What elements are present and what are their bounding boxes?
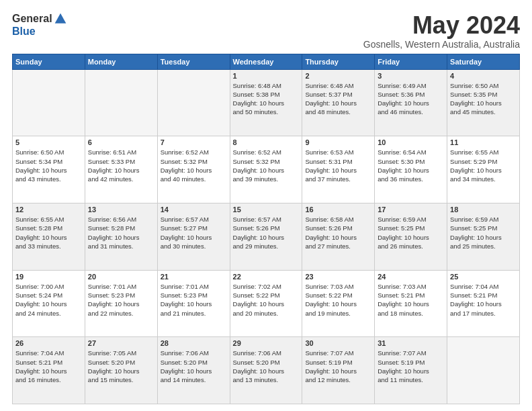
day-info: Sunrise: 7:06 AM Sunset: 5:20 PM Dayligh… [161, 349, 227, 384]
col-tuesday: Tuesday [157, 54, 230, 69]
calendar-cell: 22Sunrise: 7:02 AM Sunset: 5:22 PM Dayli… [230, 270, 302, 337]
day-info: Sunrise: 6:56 AM Sunset: 5:28 PM Dayligh… [88, 215, 154, 250]
day-number: 6 [88, 138, 154, 146]
day-info: Sunrise: 6:59 AM Sunset: 5:25 PM Dayligh… [378, 215, 444, 250]
day-info: Sunrise: 6:52 AM Sunset: 5:32 PM Dayligh… [161, 148, 227, 183]
col-wednesday: Wednesday [230, 54, 302, 69]
day-number: 5 [15, 138, 82, 146]
day-info: Sunrise: 6:48 AM Sunset: 5:37 PM Dayligh… [305, 81, 371, 117]
day-number: 30 [305, 339, 371, 347]
calendar-header-row: Sunday Monday Tuesday Wednesday Thursday… [13, 54, 520, 69]
calendar-cell: 25Sunrise: 7:04 AM Sunset: 5:21 PM Dayli… [447, 270, 520, 337]
calendar-cell: 19Sunrise: 7:00 AM Sunset: 5:24 PM Dayli… [13, 270, 85, 337]
calendar-cell: 23Sunrise: 7:03 AM Sunset: 5:22 PM Dayli… [302, 270, 375, 337]
calendar-cell: 16Sunrise: 6:58 AM Sunset: 5:26 PM Dayli… [302, 203, 375, 270]
day-number: 25 [450, 273, 517, 281]
day-number: 23 [305, 273, 371, 281]
calendar-cell: 12Sunrise: 6:55 AM Sunset: 5:28 PM Dayli… [13, 203, 85, 270]
calendar-cell: 29Sunrise: 7:06 AM Sunset: 5:20 PM Dayli… [230, 337, 302, 404]
calendar-cell [13, 69, 85, 136]
calendar-cell: 6Sunrise: 6:51 AM Sunset: 5:33 PM Daylig… [85, 136, 157, 203]
calendar-cell: 31Sunrise: 7:07 AM Sunset: 5:19 PM Dayli… [375, 337, 447, 404]
day-info: Sunrise: 6:55 AM Sunset: 5:29 PM Dayligh… [450, 148, 517, 183]
calendar-row-3: 19Sunrise: 7:00 AM Sunset: 5:24 PM Dayli… [13, 270, 520, 337]
day-info: Sunrise: 7:04 AM Sunset: 5:21 PM Dayligh… [450, 282, 517, 318]
day-number: 31 [378, 339, 444, 347]
calendar-cell: 9Sunrise: 6:53 AM Sunset: 5:31 PM Daylig… [302, 136, 375, 203]
day-number: 26 [15, 339, 82, 347]
day-info: Sunrise: 6:50 AM Sunset: 5:35 PM Dayligh… [450, 81, 517, 117]
calendar-cell: 8Sunrise: 6:52 AM Sunset: 5:32 PM Daylig… [230, 136, 302, 203]
calendar-table: Sunday Monday Tuesday Wednesday Thursday… [12, 54, 520, 404]
calendar-cell: 20Sunrise: 7:01 AM Sunset: 5:23 PM Dayli… [85, 270, 157, 337]
calendar-cell: 15Sunrise: 6:57 AM Sunset: 5:26 PM Dayli… [230, 203, 302, 270]
day-info: Sunrise: 7:03 AM Sunset: 5:21 PM Dayligh… [378, 282, 444, 318]
calendar-cell: 28Sunrise: 7:06 AM Sunset: 5:20 PM Dayli… [157, 337, 230, 404]
day-info: Sunrise: 6:58 AM Sunset: 5:26 PM Dayligh… [305, 215, 371, 250]
day-number: 13 [88, 205, 154, 214]
calendar-cell: 17Sunrise: 6:59 AM Sunset: 5:25 PM Dayli… [375, 203, 447, 270]
logo-blue-text: Blue [12, 26, 36, 38]
day-number: 16 [305, 205, 371, 214]
day-number: 29 [233, 339, 300, 347]
day-info: Sunrise: 7:01 AM Sunset: 5:23 PM Dayligh… [161, 282, 227, 318]
page-container: General Blue May 2024 Gosnells, Western … [0, 0, 532, 411]
calendar-cell: 2Sunrise: 6:48 AM Sunset: 5:37 PM Daylig… [302, 69, 375, 136]
calendar-cell: 11Sunrise: 6:55 AM Sunset: 5:29 PM Dayli… [447, 136, 520, 203]
day-info: Sunrise: 6:59 AM Sunset: 5:25 PM Dayligh… [450, 215, 517, 250]
col-saturday: Saturday [447, 54, 520, 69]
col-monday: Monday [85, 54, 157, 69]
day-number: 27 [88, 339, 154, 347]
calendar-cell: 14Sunrise: 6:57 AM Sunset: 5:27 PM Dayli… [157, 203, 230, 270]
logo: General Blue [12, 12, 67, 38]
calendar-cell: 1Sunrise: 6:48 AM Sunset: 5:38 PM Daylig… [230, 69, 302, 136]
calendar-cell: 7Sunrise: 6:52 AM Sunset: 5:32 PM Daylig… [157, 136, 230, 203]
day-number: 7 [161, 138, 227, 146]
title-area: May 2024 Gosnells, Western Australia, Au… [363, 12, 520, 50]
day-info: Sunrise: 6:57 AM Sunset: 5:27 PM Dayligh… [161, 215, 227, 250]
day-number: 22 [233, 273, 300, 281]
day-info: Sunrise: 7:05 AM Sunset: 5:20 PM Dayligh… [88, 349, 154, 384]
day-number: 2 [305, 72, 371, 80]
calendar-cell: 4Sunrise: 6:50 AM Sunset: 5:35 PM Daylig… [447, 69, 520, 136]
calendar-row-1: 5Sunrise: 6:50 AM Sunset: 5:34 PM Daylig… [13, 136, 520, 203]
day-info: Sunrise: 7:04 AM Sunset: 5:21 PM Dayligh… [15, 349, 82, 384]
day-info: Sunrise: 6:48 AM Sunset: 5:38 PM Dayligh… [233, 81, 300, 117]
day-info: Sunrise: 7:07 AM Sunset: 5:19 PM Dayligh… [305, 349, 371, 384]
day-info: Sunrise: 7:02 AM Sunset: 5:22 PM Dayligh… [233, 282, 300, 318]
day-info: Sunrise: 7:01 AM Sunset: 5:23 PM Dayligh… [88, 282, 154, 318]
day-number: 11 [450, 138, 517, 146]
calendar-cell: 13Sunrise: 6:56 AM Sunset: 5:28 PM Dayli… [85, 203, 157, 270]
day-info: Sunrise: 7:07 AM Sunset: 5:19 PM Dayligh… [378, 349, 444, 384]
calendar-cell: 30Sunrise: 7:07 AM Sunset: 5:19 PM Dayli… [302, 337, 375, 404]
day-number: 15 [233, 205, 300, 214]
day-number: 21 [161, 273, 227, 281]
day-info: Sunrise: 7:06 AM Sunset: 5:20 PM Dayligh… [233, 349, 300, 384]
col-friday: Friday [375, 54, 447, 69]
calendar-cell: 3Sunrise: 6:49 AM Sunset: 5:36 PM Daylig… [375, 69, 447, 136]
day-info: Sunrise: 7:03 AM Sunset: 5:22 PM Dayligh… [305, 282, 371, 318]
day-number: 28 [161, 339, 227, 347]
day-info: Sunrise: 6:50 AM Sunset: 5:34 PM Dayligh… [15, 148, 82, 183]
day-number: 20 [88, 273, 154, 281]
day-number: 3 [378, 72, 444, 80]
col-thursday: Thursday [302, 54, 375, 69]
day-number: 10 [378, 138, 444, 146]
day-number: 14 [161, 205, 227, 214]
day-number: 1 [233, 72, 300, 80]
logo-general-text: General [12, 13, 52, 25]
day-number: 24 [378, 273, 444, 281]
day-number: 9 [305, 138, 371, 146]
calendar-cell: 27Sunrise: 7:05 AM Sunset: 5:20 PM Dayli… [85, 337, 157, 404]
day-info: Sunrise: 6:52 AM Sunset: 5:32 PM Dayligh… [233, 148, 300, 183]
calendar-cell: 18Sunrise: 6:59 AM Sunset: 5:25 PM Dayli… [447, 203, 520, 270]
calendar-cell: 5Sunrise: 6:50 AM Sunset: 5:34 PM Daylig… [13, 136, 85, 203]
calendar-cell: 26Sunrise: 7:04 AM Sunset: 5:21 PM Dayli… [13, 337, 85, 404]
calendar-cell: 24Sunrise: 7:03 AM Sunset: 5:21 PM Dayli… [375, 270, 447, 337]
calendar-row-0: 1Sunrise: 6:48 AM Sunset: 5:38 PM Daylig… [13, 69, 520, 136]
page-header: General Blue May 2024 Gosnells, Western … [12, 12, 520, 50]
day-info: Sunrise: 6:57 AM Sunset: 5:26 PM Dayligh… [233, 215, 300, 250]
calendar-cell [157, 69, 230, 136]
day-info: Sunrise: 7:00 AM Sunset: 5:24 PM Dayligh… [15, 282, 82, 318]
logo-icon [54, 12, 67, 26]
